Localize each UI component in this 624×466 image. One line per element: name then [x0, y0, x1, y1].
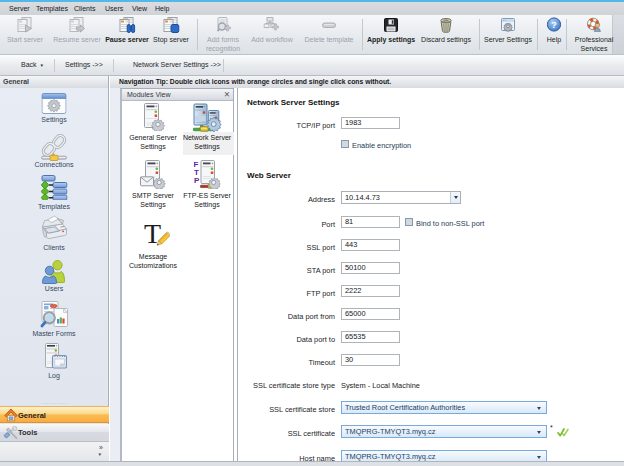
svg-text:P: P: [194, 176, 200, 185]
svg-text:?: ?: [551, 19, 557, 30]
